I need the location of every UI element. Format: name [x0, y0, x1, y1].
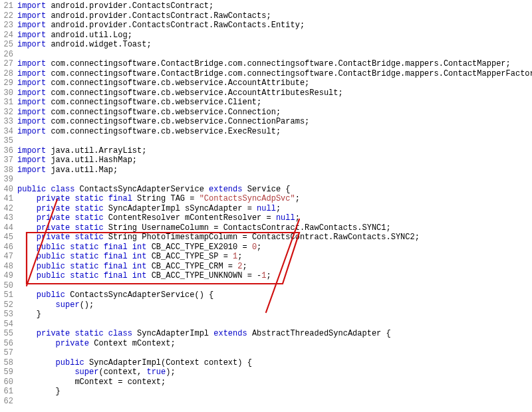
code-line[interactable]: import java.util.HashMap;	[17, 155, 532, 165]
code-line[interactable]: public static final int CB_ACC_TYPE_EX20…	[17, 243, 532, 253]
code-line[interactable]: private static class SyncAdapterImpl ext…	[17, 329, 532, 339]
line-number: 37	[0, 155, 13, 165]
code-line[interactable]: super(context, true);	[17, 367, 532, 377]
line-number: 50	[0, 281, 13, 291]
code-line[interactable]: import android.provider.ContactsContract…	[17, 1, 532, 11]
line-number: 62	[0, 397, 13, 407]
line-number: 39	[0, 175, 13, 185]
code-line[interactable]: import com.connectingsoftware.cb.webserv…	[17, 98, 532, 108]
line-number: 47	[0, 252, 13, 262]
line-number: 35	[0, 136, 13, 146]
line-number: 45	[0, 233, 13, 243]
code-editor[interactable]: 2122232425262728293031323334353637383940…	[0, 0, 532, 412]
code-line[interactable]: private static ContentResolver mContentR…	[17, 213, 532, 223]
line-number: 34	[0, 127, 13, 137]
line-number: 25	[0, 40, 13, 50]
line-number: 61	[0, 387, 13, 397]
code-line[interactable]: import android.provider.ContactsContract…	[17, 11, 532, 21]
line-number: 55	[0, 329, 13, 339]
code-line[interactable]: public ContactsSyncAdapterService() {	[17, 290, 532, 300]
line-number: 33	[0, 117, 13, 127]
code-line[interactable]	[17, 348, 532, 358]
code-line[interactable]: }	[17, 387, 532, 397]
line-number: 36	[0, 146, 13, 156]
code-line[interactable]: public static final int CB_ACC_TYPE_CRM …	[17, 262, 532, 272]
code-line[interactable]: import com.connectingsoftware.cb.webserv…	[17, 88, 532, 98]
line-number: 43	[0, 213, 13, 223]
code-line[interactable]	[17, 50, 532, 60]
line-number: 21	[0, 1, 13, 11]
code-line[interactable]: mContext = context;	[17, 377, 532, 387]
code-line[interactable]: super();	[17, 300, 532, 310]
code-line[interactable]	[17, 281, 532, 291]
code-line[interactable]: public static final int CB_ACC_TYPE_UNKN…	[17, 271, 532, 281]
code-line[interactable]	[17, 397, 532, 407]
line-number: 48	[0, 262, 13, 272]
line-number: 54	[0, 320, 13, 330]
code-line[interactable]: private static SyncAdapterImpl sSyncAdap…	[17, 204, 532, 214]
line-number: 27	[0, 59, 13, 69]
code-line[interactable]	[17, 320, 532, 330]
line-number: 49	[0, 271, 13, 281]
code-line[interactable]: import android.widget.Toast;	[17, 40, 532, 50]
code-line[interactable]: private Context mContext;	[17, 339, 532, 349]
code-line[interactable]: import android.util.Log;	[17, 31, 532, 41]
line-number: 29	[0, 78, 13, 88]
code-line[interactable]: import com.connectingsoftware.cb.webserv…	[17, 127, 532, 137]
code-line[interactable]: import com.connectingsoftware.cb.webserv…	[17, 78, 532, 88]
code-line[interactable]	[17, 175, 532, 185]
line-number: 41	[0, 194, 13, 204]
code-line[interactable]: import android.provider.ContactsContract…	[17, 21, 532, 31]
code-line[interactable]: private static String UsernameColumn = C…	[17, 223, 532, 233]
line-number: 23	[0, 21, 13, 31]
code-line[interactable]: import java.util.Map;	[17, 165, 532, 175]
code-line[interactable]: import com.connectingsoftware.cb.webserv…	[17, 108, 532, 118]
line-number: 32	[0, 108, 13, 118]
line-number: 53	[0, 310, 13, 320]
line-number: 30	[0, 88, 13, 98]
code-line[interactable]: import java.util.ArrayList;	[17, 146, 532, 156]
line-number: 42	[0, 204, 13, 214]
code-line[interactable]: private static String PhotoTimestampColu…	[17, 233, 532, 243]
code-line[interactable]: public static final int CB_ACC_TYPE_SP =…	[17, 252, 532, 262]
line-number: 51	[0, 290, 13, 300]
line-number: 59	[0, 367, 13, 377]
code-area[interactable]: import android.provider.ContactsContract…	[17, 0, 532, 412]
line-number: 22	[0, 11, 13, 21]
line-number: 28	[0, 69, 13, 79]
code-line[interactable]: }	[17, 310, 532, 320]
line-number: 56	[0, 339, 13, 349]
line-number: 58	[0, 358, 13, 368]
line-number: 40	[0, 185, 13, 195]
code-line[interactable]	[17, 136, 532, 146]
line-number: 46	[0, 243, 13, 253]
code-line[interactable]: public SyncAdapterImpl(Context context) …	[17, 358, 532, 368]
line-number: 57	[0, 348, 13, 358]
code-line[interactable]: private static final String TAG = "Conta…	[17, 194, 532, 204]
line-number-gutter: 2122232425262728293031323334353637383940…	[0, 0, 17, 412]
line-number: 52	[0, 300, 13, 310]
line-number: 24	[0, 31, 13, 41]
code-line[interactable]: import com.connectingsoftware.ContactBri…	[17, 69, 532, 79]
line-number: 38	[0, 165, 13, 175]
code-line[interactable]: public class ContactsSyncAdapterService …	[17, 185, 532, 195]
line-number: 31	[0, 98, 13, 108]
line-number: 26	[0, 50, 13, 60]
line-number: 44	[0, 223, 13, 233]
code-line[interactable]: import com.connectingsoftware.cb.webserv…	[17, 117, 532, 127]
line-number: 60	[0, 377, 13, 387]
code-line[interactable]: import com.connectingsoftware.ContactBri…	[17, 59, 532, 69]
